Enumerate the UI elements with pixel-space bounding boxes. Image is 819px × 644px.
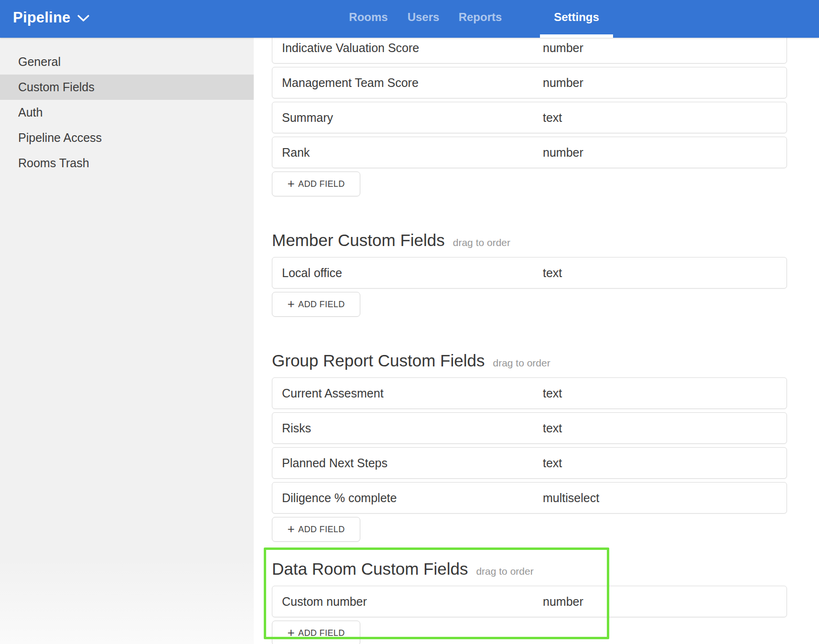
tab-settings[interactable]: Settings (540, 0, 613, 38)
field-row-diligence-complete[interactable]: Diligence % complete multiselect (272, 482, 787, 514)
group-report-custom-fields-section: Group Report Custom Fields drag to order… (272, 350, 787, 542)
settings-sidebar: General Custom Fields Auth Pipeline Acce… (0, 38, 254, 644)
section-title-text: Member Custom Fields (272, 230, 445, 251)
sidebar-item-rooms-trash[interactable]: Rooms Trash (0, 150, 254, 176)
field-type: multiselect (543, 491, 599, 505)
sidebar-item-auth[interactable]: Auth (0, 100, 254, 125)
section-title-text: Data Room Custom Fields (272, 558, 468, 580)
app-title: Pipeline (13, 9, 70, 29)
tab-users[interactable]: Users (396, 0, 451, 38)
drag-to-order-hint: drag to order (493, 353, 550, 374)
plus-icon: + (287, 177, 295, 190)
field-row-rank[interactable]: Rank number (272, 137, 787, 168)
add-field-label: ADD FIELD (298, 525, 345, 535)
field-type: number (543, 146, 583, 160)
field-name: Planned Next Steps (282, 456, 388, 470)
add-field-button[interactable]: + ADD FIELD (272, 292, 360, 317)
field-row-management-team-score[interactable]: Management Team Score number (272, 67, 787, 98)
tab-settings-label: Settings (554, 11, 599, 24)
field-type: text (543, 111, 562, 125)
tab-reports[interactable]: Reports (448, 0, 513, 38)
field-type: number (543, 76, 583, 90)
field-type: text (543, 456, 562, 470)
field-name: Custom number (282, 595, 367, 609)
field-row-planned-next-steps[interactable]: Planned Next Steps text (272, 447, 787, 479)
field-type: text (543, 421, 562, 435)
field-type: number (543, 595, 583, 609)
field-row-current-assesment[interactable]: Current Assesment text (272, 377, 787, 409)
add-field-button[interactable]: + ADD FIELD (272, 517, 360, 542)
add-field-label: ADD FIELD (298, 179, 345, 189)
field-name: Diligence % complete (282, 491, 397, 505)
add-field-label: ADD FIELD (298, 628, 345, 638)
field-name: Rank (282, 146, 310, 160)
add-field-button[interactable]: + ADD FIELD (272, 172, 360, 196)
field-row-custom-number[interactable]: Custom number number (272, 586, 787, 617)
field-name: Indicative Valuation Score (282, 41, 419, 55)
app-switcher-button[interactable]: Pipeline (13, 0, 90, 38)
field-row-summary[interactable]: Summary text (272, 102, 787, 133)
field-type: text (543, 386, 562, 400)
sidebar-item-custom-fields[interactable]: Custom Fields (0, 75, 254, 100)
app-header: Pipeline Rooms Users Reports Settings (0, 0, 819, 38)
field-name: Summary (282, 111, 333, 125)
section-title-text: Group Report Custom Fields (272, 350, 485, 371)
drag-to-order-hint: drag to order (476, 561, 533, 582)
member-custom-fields-section: Member Custom Fields drag to order Local… (272, 230, 787, 317)
plus-icon: + (287, 298, 295, 310)
settings-content: Indicative Valuation Score number Manage… (254, 38, 819, 644)
field-row-risks[interactable]: Risks text (272, 412, 787, 444)
plus-icon: + (287, 523, 295, 535)
add-field-label: ADD FIELD (298, 300, 345, 310)
section-title: Member Custom Fields drag to order (272, 230, 787, 253)
add-field-button[interactable]: + ADD FIELD (272, 621, 360, 644)
room-custom-fields-section: Indicative Valuation Score number Manage… (272, 38, 787, 196)
field-type: number (543, 41, 583, 55)
sidebar-item-general[interactable]: General (0, 49, 254, 75)
field-name: Local office (282, 266, 342, 280)
field-type: text (543, 266, 562, 280)
data-room-custom-fields-section: Data Room Custom Fields drag to order Cu… (272, 558, 787, 644)
plus-icon: + (287, 626, 295, 639)
field-name: Management Team Score (282, 76, 419, 90)
field-row-local-office[interactable]: Local office text (272, 257, 787, 289)
tab-rooms[interactable]: Rooms (338, 0, 399, 38)
section-title: Data Room Custom Fields drag to order (272, 558, 787, 582)
drag-to-order-hint: drag to order (453, 232, 510, 253)
field-row-indicative-valuation-score[interactable]: Indicative Valuation Score number (272, 38, 787, 64)
section-title: Group Report Custom Fields drag to order (272, 350, 787, 374)
field-name: Current Assesment (282, 386, 384, 400)
active-tab-underline (540, 34, 613, 38)
chevron-down-icon (77, 13, 90, 24)
sidebar-item-pipeline-access[interactable]: Pipeline Access (0, 125, 254, 150)
field-name: Risks (282, 421, 311, 435)
